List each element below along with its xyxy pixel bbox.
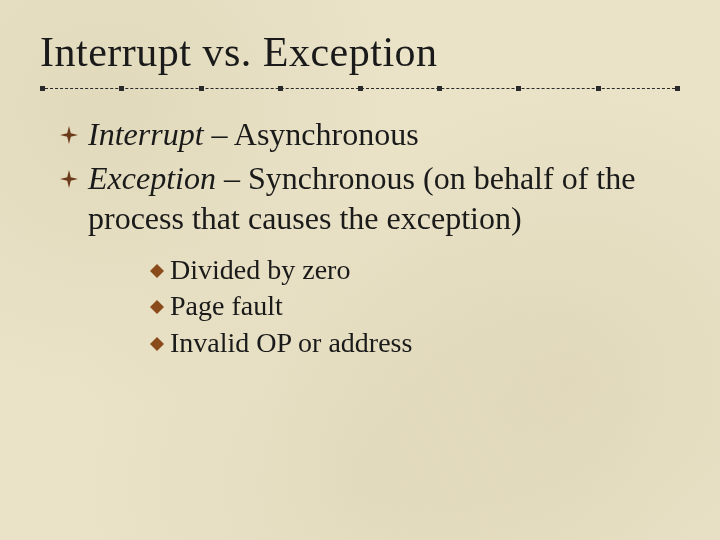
sub-bullet-list: Divided by zero Page fault Invalid OP or… <box>60 252 680 361</box>
bullet-term: Interrupt <box>88 116 204 152</box>
bullet-term: Exception <box>88 160 216 196</box>
bullet-rest: – Asynchronous <box>204 116 419 152</box>
diamond-icon <box>150 337 164 351</box>
compass-star-icon <box>60 126 78 144</box>
svg-marker-2 <box>150 264 164 278</box>
compass-star-icon <box>60 170 78 188</box>
bullet-text: Exception – Synchronous (on behalf of th… <box>88 158 680 238</box>
bullet-item: Exception – Synchronous (on behalf of th… <box>60 158 680 238</box>
bullet-item: Interrupt – Asynchronous <box>60 114 680 154</box>
svg-marker-1 <box>60 170 78 188</box>
slide-title: Interrupt vs. Exception <box>40 28 680 76</box>
sub-bullet-item: Page fault <box>150 288 680 324</box>
sub-bullet-item: Divided by zero <box>150 252 680 288</box>
title-divider <box>40 86 680 92</box>
sub-bullet-text: Invalid OP or address <box>170 325 412 361</box>
main-bullet-list: Interrupt – Asynchronous Exception – Syn… <box>40 114 680 361</box>
svg-marker-0 <box>60 126 78 144</box>
sub-bullet-text: Divided by zero <box>170 252 350 288</box>
bullet-text: Interrupt – Asynchronous <box>88 114 680 154</box>
diamond-icon <box>150 264 164 278</box>
svg-marker-3 <box>150 300 164 314</box>
diamond-icon <box>150 300 164 314</box>
svg-marker-4 <box>150 337 164 351</box>
sub-bullet-text: Page fault <box>170 288 283 324</box>
sub-bullet-item: Invalid OP or address <box>150 325 680 361</box>
